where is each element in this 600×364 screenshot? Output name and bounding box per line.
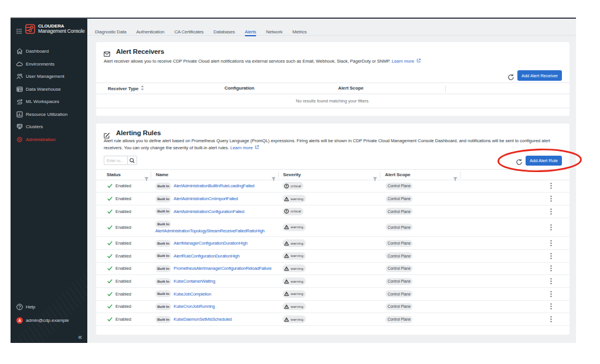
rule-name-link[interactable]: KubeDaemonSetMisScheduled [173, 317, 231, 322]
tab-diagnostic-data[interactable]: Diagnostic Data [95, 19, 126, 36]
filter-icon-name[interactable] [271, 173, 276, 178]
rules-search-button[interactable] [127, 156, 137, 165]
row-actions-button[interactable] [547, 218, 554, 237]
built-in-badge: Built In [155, 303, 171, 310]
sidebar-item-ml-workspaces[interactable]: ML Workspaces [11, 95, 87, 108]
row-actions-button[interactable] [547, 275, 554, 287]
tab-ca-certificates[interactable]: CA Certificates [174, 19, 203, 36]
table-row[interactable]: Enabled Built In KubeDaemonSetMisSchedul… [96, 313, 570, 326]
sidebar-nav: DashboardEnvironmentsUser ManagementData… [11, 45, 87, 146]
rule-name-link[interactable]: AlertAdministrationBuiltInRuleLoadingFai… [173, 183, 254, 188]
rule-name-link[interactable]: AlertAdministrationTopologyStreamReceive… [155, 228, 265, 233]
column-status[interactable]: Status [107, 172, 121, 177]
kebab-menu-icon [550, 316, 552, 322]
sidebar-item-environments[interactable]: Environments [11, 58, 87, 71]
severity-badge: warning [282, 290, 306, 298]
alert-receivers-refresh-button[interactable] [507, 73, 514, 80]
rule-name-link[interactable]: AlertAdministrationConfigurationFailed [173, 209, 244, 214]
severity-label: warning [291, 318, 304, 321]
tab-alerts[interactable]: Alerts [245, 19, 256, 36]
alerting-rules-learn-more-link[interactable]: Learn more [230, 145, 253, 150]
rule-name-link[interactable]: AlertRuleConfigurationDurationHigh [173, 253, 239, 259]
row-actions-button[interactable] [547, 180, 554, 193]
sidebar-item-clusters[interactable]: Clusters [11, 121, 87, 133]
rule-name-link[interactable]: KubeJobCompletion [173, 291, 211, 297]
row-actions-button[interactable] [547, 288, 554, 300]
sidebar-item-resource-utilization[interactable]: Resource Utilization [11, 108, 87, 121]
rule-name-link[interactable]: PrometheusAlertmanagerConfigurationReloa… [173, 266, 271, 271]
built-in-badge: Built In [155, 195, 171, 202]
sort-icon[interactable] [141, 85, 144, 90]
row-severity-cell: warning [282, 313, 306, 325]
row-actions-button[interactable] [547, 193, 554, 205]
sidebar-item-user[interactable]: A admin@cdp.example [11, 315, 87, 325]
table-row[interactable]: Enabled Built In PrometheusAlertmanagerC… [96, 263, 570, 276]
sidebar-footer: Help A admin@cdp.example « [11, 290, 87, 343]
row-severity-cell: warning [282, 263, 306, 275]
severity-label: warning [291, 254, 304, 257]
row-name-cell: Built In PrometheusAlertmanagerConfigura… [155, 263, 272, 275]
filter-icon-severity[interactable] [373, 173, 377, 178]
table-row[interactable]: Enabled Built In AlertAdministrationCmIm… [96, 193, 570, 205]
filter-icon-alert-scope[interactable] [453, 173, 458, 178]
alerting-rules-refresh-button[interactable] [516, 157, 523, 164]
sidebar-item-label: Administration [26, 137, 56, 142]
table-row[interactable]: Enabled Built In KubeCronJobRunning warn… [96, 301, 570, 314]
sidebar-item-dashboard[interactable]: Dashboard [11, 45, 87, 58]
column-alert-scope[interactable]: Alert Scope [338, 85, 363, 91]
rule-name-link[interactable]: KubeContainerWaiting [173, 279, 215, 284]
sidebar-item-user-management[interactable]: User Management [11, 70, 87, 83]
gear-icon [16, 136, 23, 143]
column-severity[interactable]: Severity [283, 172, 301, 177]
sidebar-item-data-warehouse[interactable]: Data Warehouse [11, 83, 87, 96]
add-alert-rule-button[interactable]: Add Alert Rule [526, 156, 562, 166]
row-actions-button[interactable] [547, 250, 554, 262]
table-row[interactable]: Enabled Built In AlertAdministrationTopo… [96, 218, 570, 238]
sidebar-item-help[interactable]: Help [11, 301, 87, 312]
rule-name-link[interactable]: AlertAdministrationCmImportFailed [173, 196, 238, 201]
rules-search-input[interactable] [104, 156, 127, 165]
rule-name-link[interactable]: AlertManagerConfigurationDurationHigh [173, 241, 247, 246]
app-switcher-icon[interactable] [16, 26, 22, 31]
row-actions-button[interactable] [547, 263, 554, 275]
built-in-badge: Built In [155, 290, 171, 297]
alert-receivers-learn-more-link[interactable]: Learn more [391, 59, 414, 64]
severity-label: critical [291, 184, 301, 188]
row-status-cell: Enabled [107, 288, 131, 300]
check-icon [107, 291, 112, 297]
row-actions-button[interactable] [547, 301, 554, 313]
tab-metrics[interactable]: Metrics [292, 19, 306, 36]
table-row[interactable]: Enabled Built In KubeJobCompletion warni… [96, 288, 570, 301]
tab-network[interactable]: Network [266, 19, 282, 36]
table-row[interactable]: Enabled Built In AlertManagerConfigurati… [96, 237, 570, 250]
check-icon [107, 183, 112, 188]
sidebar-item-administration[interactable]: Administration [11, 133, 87, 146]
row-actions-button[interactable] [547, 205, 554, 218]
table-row[interactable]: Enabled Built In KubeContainerWaiting wa… [96, 275, 570, 288]
table-row[interactable]: Enabled Built In AlertAdministrationBuil… [96, 180, 570, 193]
add-alert-receiver-button[interactable]: Add Alert Receiver [517, 70, 562, 81]
column-alert-scope[interactable]: Alert Scope [385, 172, 410, 177]
row-scope-cell: Control Plane [386, 205, 412, 218]
column-receiver-type[interactable]: Receiver Type [108, 85, 144, 91]
column-configuration[interactable]: Configuration [224, 85, 254, 91]
table-row[interactable]: Enabled Built In AlertAdministrationConf… [96, 205, 570, 218]
sidebar-item-label: ML Workspaces [26, 99, 59, 104]
column-name[interactable]: Name [156, 172, 168, 177]
sidebar-collapse-button[interactable]: « [78, 333, 81, 341]
row-actions-button[interactable] [547, 237, 554, 249]
tab-authentication[interactable]: Authentication [136, 19, 164, 36]
alert-receivers-card: Alert Receivers Alert receiver allows yo… [96, 42, 570, 116]
tab-databases[interactable]: Databases [213, 19, 234, 36]
kebab-menu-icon [550, 303, 552, 310]
alert-receivers-description-text: Alert receiver allows you to receive CDP… [104, 59, 390, 64]
table-row[interactable]: Enabled Built In AlertRuleConfigurationD… [96, 250, 570, 263]
cloudera-logo-icon[interactable] [25, 24, 35, 34]
column-separator [460, 171, 461, 178]
row-actions-button[interactable] [547, 313, 554, 325]
rule-name-link[interactable]: KubeCronJobRunning [173, 304, 214, 309]
alert-receivers-empty-state: No results found matching your filters. [96, 94, 570, 108]
alerting-rules-table-header: Status Name Severity Alert Scope [96, 169, 570, 180]
alerting-rules-table-body: Enabled Built In AlertAdministrationBuil… [96, 180, 570, 326]
filter-icon-status[interactable] [144, 173, 149, 178]
